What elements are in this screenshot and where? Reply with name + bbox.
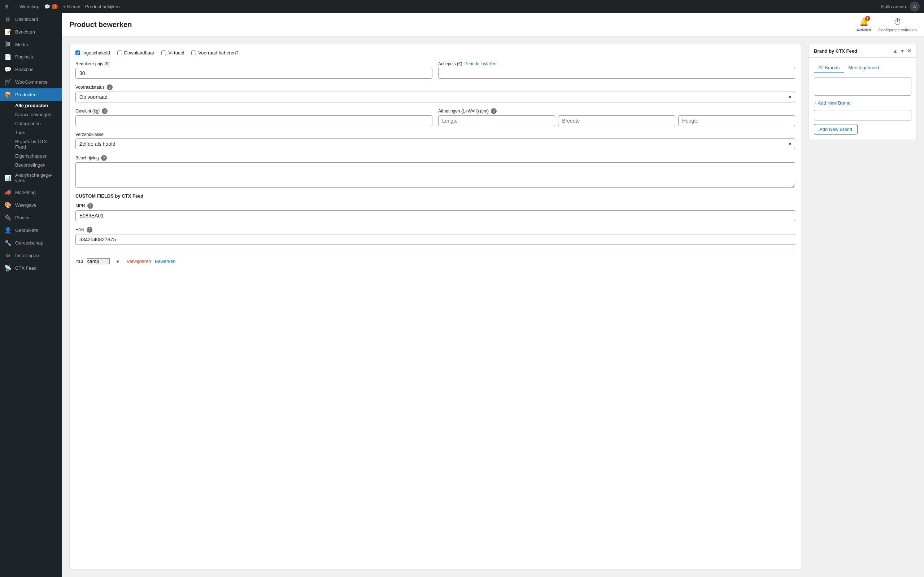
sidebar-item-paginas[interactable]: 📄 Pagina's bbox=[0, 50, 62, 63]
paginas-icon: 📄 bbox=[4, 53, 11, 60]
activiteit-button[interactable]: 🔔 1 Activiteit bbox=[856, 17, 871, 32]
configuratie-icon: ⏱ bbox=[894, 17, 901, 27]
voorraadstatus-help-icon[interactable]: ? bbox=[107, 84, 113, 90]
ean-input[interactable] bbox=[76, 234, 795, 245]
analytische-icon: 📊 bbox=[4, 174, 11, 181]
berichten-icon: 📝 bbox=[4, 29, 11, 35]
afmetingen-label: Afmetingen (L×W×H) (cm) bbox=[438, 108, 489, 114]
tab-most-used[interactable]: Meest gebruikt bbox=[844, 63, 883, 73]
collapse-up-icon[interactable]: ▲ bbox=[893, 48, 898, 54]
sidebar-item-media[interactable]: 🖼 Media bbox=[0, 38, 62, 50]
close-widget-icon[interactable]: ✕ bbox=[907, 48, 911, 54]
downloadbaar-input[interactable] bbox=[117, 50, 122, 55]
lengte-input[interactable] bbox=[438, 115, 555, 126]
configuratie-button[interactable]: ⏱ Configuratie voltooien bbox=[879, 17, 917, 32]
sidebar-sub-item-beoordelingen[interactable]: Beoordelingen bbox=[0, 161, 62, 169]
avatar[interactable]: A bbox=[909, 2, 920, 11]
sidebar-item-label: Marketing bbox=[15, 190, 36, 195]
brand-widget-body: All Brands Meest gebruikt + Add New Bran… bbox=[809, 58, 916, 140]
voorraad-input[interactable] bbox=[191, 50, 196, 55]
sidebar-item-weergave[interactable]: 🎨 Weergave bbox=[0, 199, 62, 211]
dimensions-inputs bbox=[438, 115, 795, 126]
beschrijving-label: Beschrijving bbox=[76, 155, 99, 161]
comments-link[interactable]: 💬 0 bbox=[44, 4, 58, 10]
ean-label: EAN bbox=[76, 227, 84, 232]
sidebar-item-label: Analytische gege-vens bbox=[15, 172, 52, 183]
add-brand-button[interactable]: Add New Brand bbox=[814, 124, 858, 134]
virtueel-label: Virtueel bbox=[168, 50, 184, 56]
gereedschap-icon: 🔧 bbox=[4, 239, 11, 246]
sidebar-item-berichten[interactable]: 📝 Berichten bbox=[0, 26, 62, 38]
product-bekijken-link[interactable]: Product bekijken bbox=[85, 4, 120, 10]
sidebar-item-marketing[interactable]: 📣 Marketing bbox=[0, 186, 62, 199]
verzendklasse-row: Verzendklasse Zelfde als hoofd ▼ bbox=[76, 132, 795, 149]
edit-link[interactable]: Bewerken bbox=[155, 259, 176, 264]
sidebar: ⊞ Dashboard 📝 Berichten 🖼 Media 📄 Pagina… bbox=[0, 13, 62, 577]
reguliere-prijs-input[interactable] bbox=[76, 68, 432, 79]
custom-fields-title: CUSTOM FIELDS by CTX Feed bbox=[76, 193, 795, 199]
new-content-link[interactable]: + Nieuw bbox=[63, 4, 80, 10]
sidebar-item-dashboard[interactable]: ⊞ Dashboard bbox=[0, 13, 62, 26]
brand-search-textarea[interactable] bbox=[814, 77, 911, 95]
breedte-input[interactable] bbox=[558, 115, 675, 126]
virtueel-checkbox[interactable]: Virtueel bbox=[162, 50, 184, 56]
price-row: Reguliere prijs (€) Actieprijs (€) Perio… bbox=[76, 61, 795, 79]
virtueel-input[interactable] bbox=[162, 50, 166, 55]
periode-instellen-link[interactable]: Periode instellen bbox=[465, 61, 497, 66]
gebruikers-icon: 👤 bbox=[4, 227, 11, 234]
gewicht-input[interactable] bbox=[76, 115, 432, 126]
notification-badge: 1 bbox=[865, 16, 870, 21]
downloadbaar-checkbox[interactable]: Downloadbaar bbox=[117, 50, 155, 56]
brand-widget: Brand by CTX Feed ▲ ▼ ✕ All Brands Meest… bbox=[809, 44, 917, 140]
bottom-select-wrapper: camp ▼ bbox=[87, 258, 123, 264]
sidebar-sub-item-alle-producten[interactable]: Alle producten bbox=[0, 101, 62, 110]
sidebar-item-gebruikers[interactable]: 👤 Gebruikers bbox=[0, 224, 62, 237]
sidebar-item-producten[interactable]: 📦 Producten bbox=[0, 89, 62, 101]
top-bar: ⊞ | Webshop 💬 0 + Nieuw Product bekijken… bbox=[0, 0, 924, 13]
mpn-group: MPN ? bbox=[76, 203, 795, 221]
beschrijving-help-icon[interactable]: ? bbox=[101, 155, 107, 161]
sidebar-sub-item-tags[interactable]: Tags bbox=[0, 128, 62, 137]
sidebar-sub-item-nieuw-toevoegen[interactable]: Nieuw toevoegen bbox=[0, 110, 62, 119]
brand-name-input[interactable] bbox=[814, 110, 911, 121]
ingeschakeld-input[interactable] bbox=[76, 50, 80, 55]
hoogte-input[interactable] bbox=[678, 115, 795, 126]
beschrijving-textarea[interactable] bbox=[76, 162, 795, 187]
bottom-select[interactable]: camp bbox=[87, 258, 110, 264]
sidebar-item-instellingen[interactable]: ⚙ Instellingen bbox=[0, 249, 62, 262]
ingeschakeld-label: Ingeschakeld bbox=[82, 50, 110, 56]
sidebar-item-analytische[interactable]: 📊 Analytische gege-vens bbox=[0, 169, 62, 186]
sidebar-sub-item-eigenschappen[interactable]: Eigenschappen bbox=[0, 152, 62, 161]
sidebar-item-reacties[interactable]: 💬 Reacties bbox=[0, 63, 62, 76]
voorraadstatus-select[interactable]: Op voorraad Niet op voorraad Nabestellin… bbox=[76, 92, 795, 102]
sidebar-sub-item-brands[interactable]: Brands by CTX Feed bbox=[0, 137, 62, 152]
remove-link[interactable]: Verwijderen bbox=[127, 259, 151, 264]
site-name-link[interactable]: Webshop bbox=[19, 4, 39, 10]
collapse-down-icon[interactable]: ▼ bbox=[900, 48, 905, 54]
sidebar-sub-item-categorieen[interactable]: Categorieën bbox=[0, 119, 62, 128]
wp-logo-icon[interactable]: ⊞ bbox=[4, 4, 8, 10]
mpn-help-icon[interactable]: ? bbox=[87, 203, 93, 209]
brand-widget-header: Brand by CTX Feed ▲ ▼ ✕ bbox=[809, 44, 916, 58]
voorraad-checkbox[interactable]: Voorraad beheren? bbox=[191, 50, 238, 56]
ean-help-icon[interactable]: ? bbox=[87, 227, 92, 233]
sidebar-item-label: Producten bbox=[15, 92, 36, 97]
ean-group: EAN ? bbox=[76, 227, 795, 245]
gewicht-help-icon[interactable]: ? bbox=[102, 108, 108, 114]
add-new-brand-link[interactable]: + Add New Brand bbox=[814, 100, 911, 106]
configuratie-label: Configuratie voltooien bbox=[879, 28, 917, 32]
voorraad-label: Voorraad beheren? bbox=[198, 50, 238, 56]
sidebar-item-ctx-feed[interactable]: 📡 CTX Feed bbox=[0, 262, 62, 274]
page-title: Product bewerken bbox=[69, 21, 132, 29]
sidebar-item-plugins[interactable]: 🔌 Plugins bbox=[0, 211, 62, 224]
ingeschakeld-checkbox[interactable]: Ingeschakeld bbox=[76, 50, 110, 56]
afmetingen-help-icon[interactable]: ? bbox=[491, 108, 497, 114]
sidebar-item-label: Gereedschap bbox=[15, 240, 43, 246]
actieprijs-input[interactable] bbox=[438, 68, 795, 79]
tab-all-brands[interactable]: All Brands bbox=[814, 63, 844, 73]
mpn-input[interactable] bbox=[76, 210, 795, 221]
sidebar-item-gereedschap[interactable]: 🔧 Gereedschap bbox=[0, 237, 62, 249]
sidebar-item-woocommerce[interactable]: 🛒 WooCommerce bbox=[0, 76, 62, 89]
verzendklasse-label: Verzendklasse bbox=[76, 132, 795, 137]
verzendklasse-select[interactable]: Zelfde als hoofd bbox=[76, 139, 795, 149]
